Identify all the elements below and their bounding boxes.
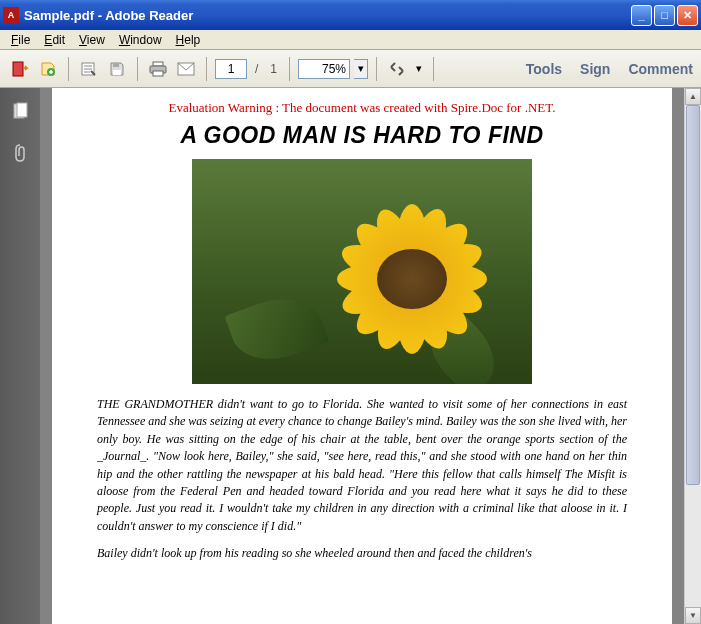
menu-view[interactable]: View xyxy=(72,31,112,49)
page-number-input[interactable] xyxy=(215,59,247,79)
content-area: Evaluation Warning : The document was cr… xyxy=(0,88,701,624)
app-icon: A xyxy=(3,7,19,23)
titlebar: A Sample.pdf - Adobe Reader _ □ ✕ xyxy=(0,0,701,30)
read-mode-dropdown-icon[interactable]: ▾ xyxy=(413,62,425,75)
vertical-scrollbar: ▲ ▼ xyxy=(684,88,701,624)
document-title: A GOOD MAN IS HARD TO FIND xyxy=(97,122,627,149)
svg-rect-3 xyxy=(113,63,119,67)
svg-rect-5 xyxy=(153,62,163,66)
toolbar-separator xyxy=(137,57,138,81)
maximize-button[interactable]: □ xyxy=(654,5,675,26)
svg-rect-10 xyxy=(17,103,27,117)
paragraph-2: Bailey didn't look up from his reading s… xyxy=(97,545,627,562)
close-button[interactable]: ✕ xyxy=(677,5,698,26)
toolbar-separator xyxy=(289,57,290,81)
open-icon[interactable] xyxy=(77,57,101,81)
thumbnails-tab-icon[interactable] xyxy=(7,98,33,124)
zoom-dropdown-icon[interactable]: ▾ xyxy=(354,59,368,79)
toolbar-separator xyxy=(206,57,207,81)
scroll-up-button[interactable]: ▲ xyxy=(685,88,701,105)
attachments-tab-icon[interactable] xyxy=(7,140,33,166)
menubar: File Edit View Window Help xyxy=(0,30,701,50)
toolbar-separator xyxy=(433,57,434,81)
sidebar xyxy=(0,88,40,624)
create-pdf-icon[interactable] xyxy=(36,57,60,81)
page-separator: / xyxy=(255,62,258,76)
sunflower-image xyxy=(192,159,532,384)
page-total: 1 xyxy=(270,62,277,76)
toolbar: / 1 ▾ ▾ Tools Sign Comment xyxy=(0,50,701,88)
pdf-page: Evaluation Warning : The document was cr… xyxy=(52,88,672,624)
scroll-track[interactable] xyxy=(685,105,701,607)
sign-button[interactable]: Sign xyxy=(580,61,610,77)
document-canvas[interactable]: Evaluation Warning : The document was cr… xyxy=(40,88,684,624)
menu-window[interactable]: Window xyxy=(112,31,169,49)
toolbar-separator xyxy=(376,57,377,81)
window-title: Sample.pdf - Adobe Reader xyxy=(24,8,629,23)
read-mode-icon[interactable] xyxy=(385,57,409,81)
menu-file[interactable]: File xyxy=(4,31,37,49)
tools-button[interactable]: Tools xyxy=(526,61,562,77)
svg-rect-7 xyxy=(153,71,163,76)
email-icon[interactable] xyxy=(174,57,198,81)
menu-edit[interactable]: Edit xyxy=(37,31,72,49)
paragraph-1: THE GRANDMOTHER didn't want to go to Flo… xyxy=(97,396,627,535)
save-icon[interactable] xyxy=(105,57,129,81)
document-area: Evaluation Warning : The document was cr… xyxy=(40,88,701,624)
zoom-input[interactable] xyxy=(298,59,350,79)
menu-help[interactable]: Help xyxy=(169,31,208,49)
minimize-button[interactable]: _ xyxy=(631,5,652,26)
scroll-down-button[interactable]: ▼ xyxy=(685,607,701,624)
print-icon[interactable] xyxy=(146,57,170,81)
comment-button[interactable]: Comment xyxy=(628,61,693,77)
svg-rect-0 xyxy=(13,62,23,76)
export-pdf-icon[interactable] xyxy=(8,57,32,81)
toolbar-separator xyxy=(68,57,69,81)
svg-rect-4 xyxy=(113,70,121,75)
scroll-thumb[interactable] xyxy=(686,105,700,485)
evaluation-warning: Evaluation Warning : The document was cr… xyxy=(97,100,627,116)
